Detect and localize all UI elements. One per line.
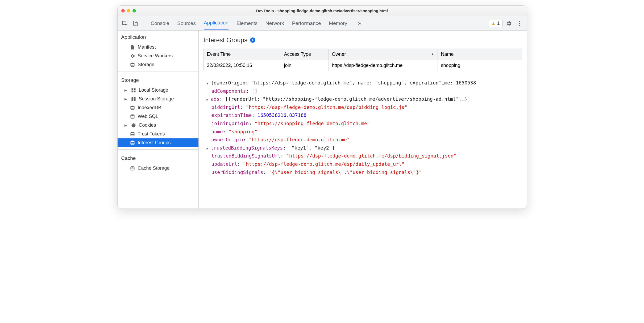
- expand-icon: ▶: [207, 97, 211, 102]
- expand-icon: ▶: [124, 97, 128, 101]
- expand-icon: ▶: [124, 88, 128, 92]
- database-icon: [130, 62, 135, 67]
- svg-point-16: [134, 124, 134, 125]
- window-title: DevTools - shopping-fledge-demo.glitch.m…: [118, 8, 527, 13]
- json-viewer[interactable]: ▼{ownerOrigin: "https://dsp-fledge-demo.…: [199, 75, 527, 180]
- tab-sources[interactable]: Sources: [177, 16, 196, 30]
- table-header-row: Event Time Access Type Owner▲ Name: [203, 49, 522, 60]
- database-icon: [130, 166, 135, 171]
- json-prop[interactable]: ownerOrigin: "https://dsp-fledge-demo.gl…: [201, 136, 525, 144]
- warning-count: 1: [497, 21, 500, 26]
- heading-text: Interest Groups: [203, 36, 247, 44]
- section-storage: Storage: [118, 74, 198, 86]
- svg-rect-6: [131, 90, 133, 92]
- cell-access-type: join: [281, 60, 329, 71]
- sidebar-item-label: Cookies: [139, 122, 156, 128]
- sidebar-item-interest-groups[interactable]: Interest Groups: [118, 138, 198, 147]
- sidebar-item-label: IndexedDB: [138, 105, 161, 110]
- json-root[interactable]: ▼{ownerOrigin: "https://dsp-fledge-demo.…: [201, 79, 525, 87]
- json-prop[interactable]: updateUrl: "https://dsp-fledge-demo.glit…: [201, 160, 525, 168]
- separator: [143, 20, 143, 27]
- sidebar-item-manifest[interactable]: Manifest: [118, 43, 198, 52]
- svg-point-18: [132, 126, 133, 126]
- application-sidebar: Application Manifest Service Workers Sto…: [118, 31, 199, 209]
- sidebar-item-label: Trust Tokens: [138, 131, 165, 137]
- collapse-icon: ▼: [207, 81, 211, 86]
- json-prop-ads[interactable]: ▶ads: [{renderUrl: "https://shopping-fle…: [201, 95, 525, 103]
- col-event-time[interactable]: Event Time: [203, 49, 281, 60]
- sidebar-item-cookies[interactable]: ▶ Cookies: [118, 121, 198, 130]
- devtools-toolbar: Console Sources Application Elements Net…: [118, 16, 527, 31]
- devtools-window: DevTools - shopping-fledge-demo.glitch.m…: [117, 5, 527, 209]
- json-prop[interactable]: adComponents: []: [201, 87, 525, 95]
- sidebar-item-label: Service Workers: [138, 53, 173, 59]
- svg-point-13: [131, 114, 134, 116]
- cell-event-time: 22/03/2022, 10:50:16: [203, 60, 281, 71]
- json-prop[interactable]: trustedBiddingSignalsUrl: "https://dsp-f…: [201, 152, 525, 160]
- expand-icon: ▶: [124, 124, 128, 127]
- interest-groups-table: Event Time Access Type Owner▲ Name 22/03…: [203, 49, 522, 71]
- json-prop[interactable]: name: "shopping": [201, 128, 525, 136]
- json-prop[interactable]: userBiddingSignals: "{\"user_bidding_sig…: [201, 168, 525, 177]
- tab-console[interactable]: Console: [151, 16, 169, 30]
- file-icon: [130, 45, 135, 50]
- json-prop[interactable]: biddingUrl: "https://dsp-fledge-demo.gli…: [201, 103, 525, 112]
- sidebar-item-service-workers[interactable]: Service Workers: [118, 52, 198, 60]
- json-prop-tbsk[interactable]: ▶trustedBiddingSignalsKeys: ["key1", "ke…: [201, 144, 525, 152]
- sidebar-item-label: Manifest: [138, 44, 156, 50]
- sidebar-item-trust-tokens[interactable]: Trust Tokens: [118, 130, 198, 138]
- sidebar-item-label: Storage: [138, 62, 155, 67]
- svg-rect-9: [134, 97, 135, 99]
- database-icon: [130, 105, 135, 110]
- window-controls: [121, 9, 136, 12]
- svg-rect-11: [134, 99, 135, 101]
- tab-application[interactable]: Application: [204, 16, 228, 30]
- sidebar-item-local-storage[interactable]: ▶ Local Storage: [118, 86, 198, 95]
- svg-point-15: [132, 124, 133, 125]
- info-icon[interactable]: i: [250, 37, 255, 43]
- cookie-icon: [131, 123, 136, 128]
- json-prop[interactable]: expirationTime: 1650538216.837188: [201, 111, 525, 120]
- col-name[interactable]: Name: [438, 49, 522, 60]
- svg-point-17: [134, 125, 134, 126]
- col-owner[interactable]: Owner▲: [329, 49, 438, 60]
- divider: [118, 71, 198, 71]
- svg-rect-8: [131, 97, 133, 99]
- grid-icon: [131, 96, 136, 102]
- tab-elements[interactable]: Elements: [236, 16, 257, 30]
- sidebar-item-websql[interactable]: Web SQL: [118, 112, 198, 121]
- tab-performance[interactable]: Performance: [292, 16, 321, 30]
- gear-icon: [130, 53, 135, 59]
- database-icon: [130, 131, 135, 137]
- tab-memory[interactable]: Memory: [329, 16, 347, 30]
- svg-point-19: [131, 132, 134, 133]
- json-prop[interactable]: joiningOrigin: "https://shopping-fledge-…: [201, 120, 525, 128]
- cell-owner: https://dsp-fledge-demo.glitch.me: [329, 60, 438, 71]
- more-tabs-icon[interactable]: »: [355, 19, 364, 28]
- table-row[interactable]: 22/03/2022, 10:50:16 join https://dsp-fl…: [203, 60, 522, 71]
- warnings-badge[interactable]: ▲ 1: [488, 20, 502, 27]
- expand-icon: ▶: [207, 146, 211, 151]
- inspect-element-icon[interactable]: [120, 19, 129, 28]
- sidebar-item-cache-storage[interactable]: Cache Storage: [118, 164, 198, 173]
- sidebar-item-label: Local Storage: [139, 87, 168, 93]
- sidebar-item-indexeddb[interactable]: IndexedDB: [118, 103, 198, 112]
- zoom-window-button[interactable]: [132, 9, 136, 12]
- close-window-button[interactable]: [121, 9, 125, 12]
- device-toolbar-icon[interactable]: [131, 19, 140, 28]
- minimize-window-button[interactable]: [127, 9, 130, 12]
- section-cache: Cache: [118, 152, 198, 164]
- svg-point-14: [131, 123, 135, 127]
- tab-network[interactable]: Network: [265, 16, 284, 30]
- svg-point-21: [131, 166, 134, 167]
- kebab-menu-icon[interactable]: ⋮: [515, 19, 524, 28]
- settings-icon[interactable]: [504, 19, 513, 28]
- svg-rect-5: [134, 88, 135, 90]
- svg-point-3: [131, 62, 134, 64]
- database-icon: [130, 114, 135, 119]
- col-access-type[interactable]: Access Type: [281, 49, 329, 60]
- svg-point-20: [131, 141, 134, 142]
- sidebar-item-label: Cache Storage: [138, 165, 170, 171]
- sidebar-item-storage[interactable]: Storage: [118, 60, 198, 69]
- sidebar-item-session-storage[interactable]: ▶ Session Storage: [118, 95, 198, 103]
